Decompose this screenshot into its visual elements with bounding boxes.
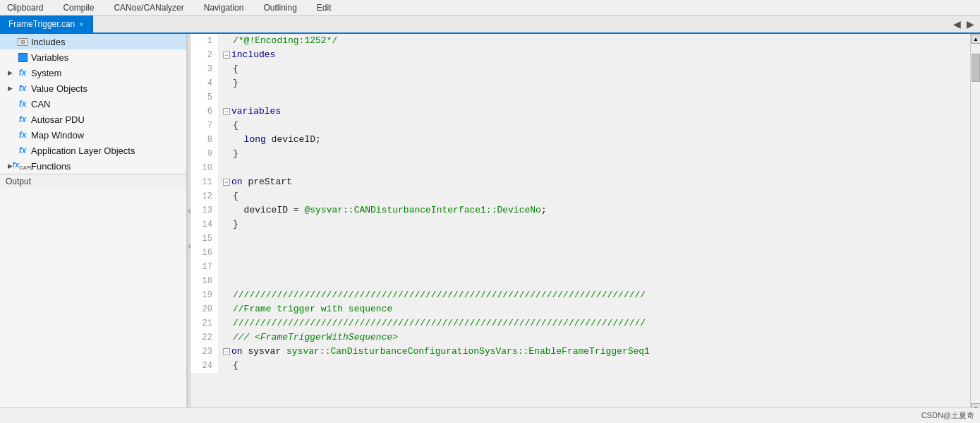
icon-functions: fxCAPL [17, 160, 28, 172]
bottom-bar: CSDN@土夏奇 [0, 407, 980, 423]
icon-value-objects: fx [17, 83, 28, 94]
code-line: −on sysvar sysvar::CanDisturbanceConfigu… [223, 345, 970, 359]
menu-compile[interactable]: Compile [59, 1, 98, 14]
collapse-icon[interactable]: − [223, 348, 230, 355]
line-number: 1 [196, 34, 212, 48]
token: { [233, 62, 238, 76]
code-line [223, 260, 970, 274]
token: ////////////////////////////////////////… [233, 316, 646, 330]
main-layout: ⊞IncludesVariables▶fxSystem▶fxValue Obje… [0, 34, 980, 423]
sidebar-item-app-layer[interactable]: fxApplication Layer Objects [0, 143, 186, 158]
token: @sysvar::CANDisturbanceInterface1::Devic… [304, 203, 540, 218]
sidebar-bottom[interactable]: Output [0, 174, 186, 189]
line-number: 11 [196, 175, 212, 189]
token: } [233, 218, 238, 232]
icon-can: fx [17, 98, 28, 109]
line-number: 24 [196, 359, 212, 373]
collapse-icon[interactable]: − [223, 108, 230, 115]
tab-close-button[interactable]: × [79, 20, 83, 28]
tab-label: FrameTrigger.can [8, 19, 75, 29]
sidebar-item-system[interactable]: ▶fxSystem [0, 65, 186, 81]
token: preStart [243, 175, 292, 189]
token: { [233, 119, 238, 133]
menu-canoe[interactable]: CANoe/CANalyzer [109, 1, 188, 14]
sidebar-label-map-window: Map Window [31, 130, 84, 141]
tab-frametrigger[interactable]: FrameTrigger.can × [0, 16, 93, 32]
scroll-up-button[interactable]: ▲ [971, 34, 980, 44]
code-line: { [223, 359, 970, 373]
menu-edit[interactable]: Edit [313, 1, 336, 14]
icon-app-layer: fx [17, 145, 28, 156]
arrow-system: ▶ [6, 69, 14, 76]
icon-includes: ⊞ [17, 36, 28, 47]
token: variables [231, 105, 281, 119]
line-number: 8 [196, 133, 212, 147]
line-number: 15 [196, 232, 212, 246]
collapse-icon[interactable]: − [223, 52, 230, 59]
editor-scroll-area[interactable]: 123456789101112131415161718192021222324 … [190, 34, 970, 413]
menu-outlining[interactable]: Outlining [259, 1, 301, 14]
line-number: 14 [196, 218, 212, 232]
token: ; [541, 203, 547, 218]
code-line [223, 232, 970, 246]
sidebar-label-app-layer: Application Layer Objects [31, 145, 135, 156]
sidebar-label-value-objects: Value Objects [31, 83, 87, 94]
line-number: 7 [196, 119, 212, 133]
sidebar-item-value-objects[interactable]: ▶fxValue Objects [0, 81, 186, 96]
line-number: 23 [196, 345, 212, 359]
code-line [223, 246, 970, 260]
icon-system: fx [17, 67, 28, 78]
sidebar-label-functions: Functions [31, 161, 71, 172]
menu-bar: Clipboard Compile CANoe/CANalyzer Naviga… [0, 0, 980, 16]
sidebar-item-can[interactable]: fxCAN [0, 96, 186, 112]
token: //Frame trigger with sequence [233, 302, 392, 316]
token: long [233, 133, 266, 147]
code-line: { [223, 119, 970, 133]
code-line: /*@!Encoding:1252*/ [223, 34, 970, 48]
menu-navigation[interactable]: Navigation [200, 1, 248, 14]
token: includes [231, 48, 275, 62]
code-line: −variables [223, 105, 970, 119]
code-lines: /*@!Encoding:1252*/−includes{} −variable… [219, 34, 970, 373]
code-line: −includes [223, 48, 970, 62]
code-line: } [223, 218, 970, 232]
line-number: 10 [196, 161, 212, 175]
code-line: } [223, 76, 970, 90]
line-number: 21 [196, 316, 212, 330]
line-number: 3 [196, 62, 212, 76]
menu-clipboard[interactable]: Clipboard [3, 1, 47, 14]
code-line: //Frame trigger with sequence [223, 302, 970, 316]
sidebar-item-includes[interactable]: ⊞Includes [0, 34, 186, 49]
sidebar-item-map-window[interactable]: fxMap Window [0, 127, 186, 143]
code-line: long deviceID; [223, 133, 970, 147]
line-numbers: 123456789101112131415161718192021222324 [190, 34, 219, 373]
vertical-scrollbar[interactable]: ▲ ▼ [970, 34, 980, 413]
token: } [233, 76, 238, 90]
code-line: ////////////////////////////////////////… [223, 288, 970, 302]
tab-scroll-right[interactable]: ▶ [964, 18, 977, 30]
token: deviceID; [266, 133, 321, 147]
sidebar-bottom-label: Output [6, 177, 31, 186]
icon-map-window: fx [17, 129, 28, 141]
code-line [223, 161, 970, 175]
collapse-icon[interactable]: − [223, 179, 230, 186]
token: } [233, 147, 238, 161]
sidebar-label-autosar-pdu: Autosar PDU [31, 114, 85, 125]
code-line: { [223, 189, 970, 203]
line-number: 19 [196, 288, 212, 302]
tab-scroll-left[interactable]: ◀ [950, 18, 964, 30]
code-line: /// <FrameTriggerWithSequence> [223, 330, 970, 345]
scroll-thumb[interactable] [972, 54, 980, 82]
line-number: 18 [196, 274, 212, 288]
code-line: { [223, 62, 970, 76]
code-line: deviceID = @sysvar::CANDisturbanceInterf… [223, 203, 970, 218]
icon-autosar-pdu: fx [17, 114, 28, 125]
token: deviceID = [233, 203, 304, 218]
tab-bar: FrameTrigger.can × ◀ ▶ [0, 16, 980, 34]
token: /*@!Encoding:1252*/ [233, 34, 337, 48]
sidebar-item-functions[interactable]: ▶fxCAPLFunctions [0, 158, 186, 174]
sidebar-item-autosar-pdu[interactable]: fxAutosar PDU [0, 112, 186, 127]
line-number: 5 [196, 90, 212, 105]
sidebar-item-variables[interactable]: Variables [0, 49, 186, 65]
sidebar: ⊞IncludesVariables▶fxSystem▶fxValue Obje… [0, 34, 187, 423]
